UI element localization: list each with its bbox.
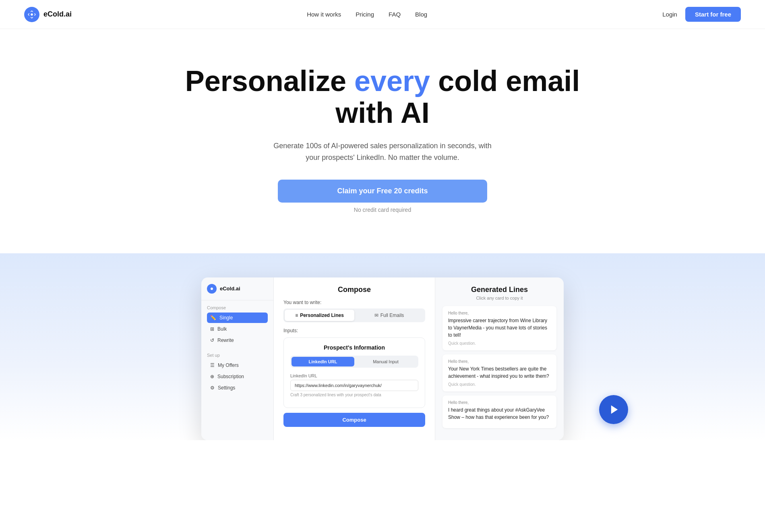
- sidebar-header: eCold.ai: [201, 284, 273, 300]
- play-button[interactable]: [599, 395, 628, 424]
- logo-text: eCold.ai: [43, 10, 72, 19]
- card2-greeting: Hello there,: [448, 359, 551, 364]
- card3-text: I heard great things about your #AskGary…: [448, 406, 551, 421]
- gen-card-1[interactable]: Hello there, Impressive career trajector…: [442, 306, 556, 350]
- compose-button[interactable]: Compose: [283, 413, 425, 427]
- linkedin-url-input[interactable]: [290, 380, 418, 391]
- sidebar-compose-section: Compose ✏️ Single ⊞ Bulk ↺ Rewrite: [201, 300, 273, 348]
- navbar: eCold.ai How it works Pricing FAQ Blog L…: [0, 0, 765, 29]
- nav-right: Login Start for free: [662, 7, 741, 22]
- headline-part2: cold email: [430, 65, 580, 97]
- nav-faq[interactable]: FAQ: [389, 11, 401, 18]
- sidebar-snowflake-icon: [209, 286, 215, 292]
- card3-greeting: Hello there,: [448, 400, 551, 405]
- sidebar-compose-label: Compose: [207, 305, 268, 310]
- bulk-icon: ⊞: [210, 326, 214, 332]
- sidebar-item-offers[interactable]: ☰ My Offers: [207, 360, 268, 371]
- snowflake-icon: [27, 10, 36, 19]
- hero-headline: Personalize every cold emailwith AI: [16, 65, 749, 129]
- card1-text: Impressive career trajectory from Wine L…: [448, 317, 551, 339]
- tab-full-emails[interactable]: ✉ Full Emails: [354, 310, 424, 321]
- compose-title: Compose: [283, 286, 425, 294]
- nav-pricing[interactable]: Pricing: [356, 11, 374, 18]
- tab-personalized-lines[interactable]: ≡ Personalized Lines: [285, 310, 354, 321]
- cta-button[interactable]: Claim your Free 20 credits: [278, 180, 487, 203]
- tab-linkedin-url[interactable]: LinkedIn URL: [292, 357, 354, 366]
- sidebar-single-label: Single: [219, 315, 233, 321]
- sidebar-logo-icon: [207, 284, 217, 294]
- demo-sidebar: eCold.ai Compose ✏️ Single ⊞ Bulk ↺ Rewr…: [201, 277, 274, 440]
- lines-tab-icon: ≡: [295, 313, 298, 318]
- generated-title: Generated Lines: [442, 286, 556, 294]
- logo-icon: [24, 7, 39, 22]
- sidebar-item-single[interactable]: ✏️ Single: [207, 313, 268, 323]
- demo-container: eCold.ai Compose ✏️ Single ⊞ Bulk ↺ Rewr…: [201, 277, 564, 440]
- url-input-label: LinkedIn URL: [290, 373, 418, 378]
- headline-part3: with AI: [335, 97, 429, 129]
- compose-tab-group: ≡ Personalized Lines ✉ Full Emails: [283, 308, 425, 322]
- sidebar-item-rewrite[interactable]: ↺ Rewrite: [207, 335, 268, 346]
- sidebar-item-settings[interactable]: ⚙ Settings: [207, 383, 268, 393]
- svg-marker-2: [611, 405, 618, 414]
- pencil-icon: ✏️: [210, 315, 216, 321]
- hero-section: Personalize every cold emailwith AI Gene…: [0, 29, 765, 237]
- subscription-icon: ⊕: [210, 374, 214, 379]
- prospect-title: Prospect's Information: [290, 344, 418, 351]
- play-icon: [609, 404, 620, 415]
- settings-icon: ⚙: [210, 385, 215, 391]
- svg-point-0: [31, 13, 33, 16]
- sidebar-settings-label: Settings: [218, 385, 235, 391]
- sidebar-setup-section: Set up ☰ My Offers ⊕ Subscription ⚙ Sett…: [201, 348, 273, 395]
- emails-tab-label: Full Emails: [380, 313, 404, 318]
- input-tab-group: LinkedIn URL Manual Input: [290, 356, 418, 368]
- nav-blog[interactable]: Blog: [415, 11, 427, 18]
- url-input-hint: Craft 3 personalized lines with your pro…: [290, 393, 418, 397]
- no-cc-text: No credit card required: [16, 207, 749, 213]
- sidebar-subscription-label: Subscription: [217, 374, 244, 379]
- generated-lines-panel: Generated Lines Click any card to copy i…: [435, 277, 564, 440]
- gen-card-2[interactable]: Hello there, Your New York Times bestsel…: [442, 354, 556, 391]
- card2-tag: Quick question.: [448, 382, 551, 387]
- sidebar-item-bulk[interactable]: ⊞ Bulk: [207, 324, 268, 334]
- sidebar-setup-label: Set up: [207, 353, 268, 358]
- start-button[interactable]: Start for free: [685, 7, 741, 22]
- tab-manual-input[interactable]: Manual Input: [354, 357, 417, 366]
- gen-card-3[interactable]: Hello there, I heard great things about …: [442, 395, 556, 428]
- logo-link[interactable]: eCold.ai: [24, 7, 72, 22]
- lines-tab-label: Personalized Lines: [300, 313, 344, 318]
- card1-tag: Quick question.: [448, 341, 551, 346]
- sidebar-logo-text: eCold.ai: [220, 286, 240, 292]
- card1-greeting: Hello there,: [448, 311, 551, 315]
- inputs-label: Inputs:: [283, 328, 425, 333]
- hero-cta: Claim your Free 20 credits No credit car…: [16, 180, 749, 213]
- nav-links: How it works Pricing FAQ Blog: [307, 11, 427, 18]
- svg-point-1: [211, 288, 213, 290]
- sidebar-offers-label: My Offers: [218, 362, 239, 368]
- sidebar-bulk-label: Bulk: [217, 326, 227, 332]
- headline-part1: Personalize: [185, 65, 354, 97]
- hero-subtitle: Generate 100s of AI-powered sales person…: [270, 140, 495, 164]
- nav-how-it-works[interactable]: How it works: [307, 11, 341, 18]
- sidebar-rewrite-label: Rewrite: [217, 337, 234, 343]
- offers-icon: ☰: [210, 362, 215, 368]
- demo-wrapper: eCold.ai Compose ✏️ Single ⊞ Bulk ↺ Rewr…: [0, 253, 765, 440]
- login-button[interactable]: Login: [662, 11, 677, 18]
- card2-text: Your New York Times bestsellers are quit…: [448, 365, 551, 380]
- prospect-box: Prospect's Information LinkedIn URL Manu…: [283, 337, 425, 408]
- generated-subtitle: Click any card to copy it: [442, 296, 556, 300]
- demo-compose-panel: Compose You want to write: ≡ Personalize…: [274, 277, 435, 440]
- headline-accent: every: [354, 65, 430, 97]
- compose-you-want-label: You want to write:: [283, 300, 425, 305]
- rewrite-icon: ↺: [210, 337, 214, 343]
- sidebar-item-subscription[interactable]: ⊕ Subscription: [207, 371, 268, 382]
- emails-tab-icon: ✉: [374, 313, 378, 318]
